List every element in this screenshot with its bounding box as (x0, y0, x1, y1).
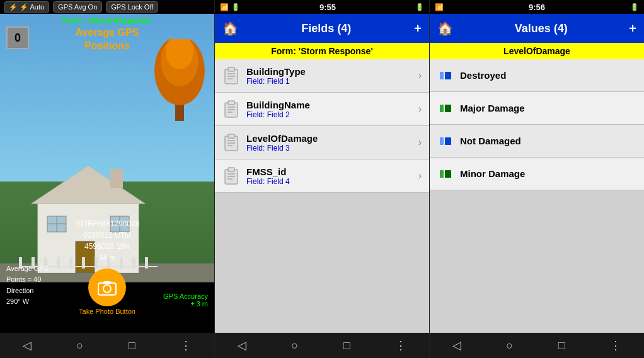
ind-left-3 (440, 137, 444, 145)
ind-left-1 (440, 72, 444, 79)
value-indicator-destroyed (440, 72, 452, 79)
p3-time: 9:56 (529, 3, 545, 12)
field-sub-fmssid: Field: Field 4 (246, 177, 412, 186)
menu-nav-button[interactable]: ⋮ (180, 338, 192, 352)
gps-accuracy-info: GPS Accuracy ± 3 m (163, 292, 208, 308)
gps-avg-label: GPS Avg On (58, 3, 97, 11)
value-indicator-minordamage (440, 170, 452, 178)
field-text-fmssid: FMSS_id Field: Field 4 (246, 166, 412, 186)
p2-battery-icon: 🔋 (415, 3, 424, 11)
field-name-buildingtype: BuildingType (246, 66, 412, 77)
form-label: Form : 'Storm Response' (62, 16, 152, 25)
p2-statusbar-right: 🔋 (415, 3, 424, 11)
recent-nav-button[interactable]: □ (129, 339, 135, 352)
svg-rect-30 (228, 67, 234, 71)
p2-wifi-icon: 🔋 (231, 3, 240, 11)
bottom-left-info: Average GPS Points = 40 Direction 290° W (6, 263, 49, 308)
p2-signal-icon: 📶 (220, 3, 229, 11)
p2-home-button[interactable]: 🏠 (222, 21, 238, 36)
p2-form-name: Form: 'Storm Response' (215, 43, 429, 59)
p2-statusbar: 📶 🔋 9:55 🔋 (215, 0, 429, 14)
p3-recent-button[interactable]: □ (558, 339, 565, 352)
value-item-majordamage[interactable]: Major Damage (430, 92, 644, 125)
p3-add-button[interactable]: + (629, 21, 636, 36)
field-text-levelofdamage: LevelOfDamage Field: Field 3 (246, 133, 412, 153)
field-clipboard-icon-2 (222, 99, 240, 119)
p3-back-button[interactable]: ◁ (452, 338, 461, 352)
field-arrow-3: › (418, 137, 422, 148)
gps-accuracy-value: ± 3 m (163, 300, 208, 308)
p2-recent-button[interactable]: □ (343, 339, 350, 352)
p2-time: 9:55 (319, 3, 336, 12)
p2-title: Fields (4) (301, 22, 351, 35)
gps-lock-button[interactable]: GPS Lock Off (106, 1, 158, 13)
p2-add-button[interactable]: + (414, 21, 422, 36)
value-item-destroyed[interactable]: Destroyed (430, 59, 644, 92)
field-sub-buildingname: Field: Field 2 (246, 110, 412, 119)
field-item-buildingname[interactable]: BuildingName Field: Field 2 › (215, 93, 429, 126)
field-clipboard-icon-3 (222, 132, 240, 153)
gps-counter: 0 (6, 26, 29, 49)
field-text-buildingname: BuildingName Field: Field 2 (246, 100, 412, 119)
value-label-majordamage: Major Damage (460, 103, 525, 113)
panel-values: 📶 9:56 🔋 🏠 Values (4) + LevelOfDamage De… (429, 0, 644, 358)
field-sub-levelofdamage: Field: Field 3 (246, 144, 412, 153)
field-item-buildingtype[interactable]: BuildingType Field: Field 1 › (215, 59, 429, 93)
ind-right-3 (445, 137, 451, 145)
value-label-destroyed: Destroyed (460, 70, 506, 81)
value-indicator-majordamage (440, 105, 452, 112)
camera-button[interactable] (88, 268, 126, 306)
p2-statusbar-left: 📶 🔋 (220, 3, 240, 11)
field-clipboard-icon-1 (222, 66, 240, 86)
ind-right-1 (445, 72, 451, 79)
p3-values-list: Destroyed Major Damage Not Damaged Minor… (430, 59, 644, 333)
p1-nav-bar: ◁ ○ □ ⋮ (0, 333, 214, 358)
p3-header: 🏠 Values (4) + (430, 14, 644, 43)
value-item-minordamage[interactable]: Minor Damage (430, 158, 644, 190)
p2-home-nav-button[interactable]: ○ (291, 339, 298, 352)
p3-battery-icon: 🔋 (630, 3, 639, 11)
p2-back-button[interactable]: ◁ (238, 338, 246, 352)
p2-fields-list: BuildingType Field: Field 1 › BuildingNa… (215, 59, 429, 333)
gps-line4: 34 m (75, 252, 140, 263)
take-photo-label: Take Photo Button (79, 308, 135, 315)
p3-home-nav-button[interactable]: ○ (506, 339, 513, 352)
p2-header: 🏠 Fields (4) + (215, 14, 429, 43)
ind-left-4 (440, 170, 444, 178)
home-nav-button[interactable]: ○ (76, 339, 83, 352)
camera-icon (98, 279, 117, 296)
auto-button[interactable]: ⚡ ⚡ Auto (4, 1, 49, 13)
ind-left-2 (440, 105, 444, 112)
gps-line1: 19TBF8881296028 (75, 218, 140, 229)
avg-points-value: Points = 40 (6, 274, 49, 286)
panel-gps-camera: ⚡ ⚡ Auto GPS Avg On GPS Lock Off (0, 0, 214, 358)
gps-lock-label: GPS Lock Off (111, 3, 153, 11)
field-clipboard-icon-4 (222, 166, 240, 186)
field-item-fmssid[interactable]: FMSS_id Field: Field 4 › (215, 159, 429, 193)
field-name-levelofdamage: LevelOfDamage (246, 133, 412, 144)
panel-fields: 📶 🔋 9:55 🔋 🏠 Fields (4) + Form: 'Storm R… (214, 0, 429, 358)
auto-label: ⚡ Auto (20, 3, 44, 11)
svg-rect-35 (228, 101, 234, 105)
p3-statusbar-right: 🔋 (630, 3, 639, 11)
value-label-minordamage: Minor Damage (460, 168, 525, 179)
field-item-levelofdamage[interactable]: LevelOfDamage Field: Field 3 › (215, 126, 429, 159)
field-arrow-2: › (418, 103, 422, 115)
gps-line3: 4596028 19N (75, 241, 140, 252)
p2-nav-bar: ◁ ○ □ ⋮ (215, 333, 429, 358)
p3-home-button[interactable]: 🏠 (437, 21, 453, 36)
p3-statusbar: 📶 9:56 🔋 (430, 0, 644, 14)
gps-avg-button[interactable]: GPS Avg On (53, 1, 102, 13)
svg-rect-45 (228, 168, 234, 171)
p3-menu-button[interactable]: ⋮ (610, 338, 621, 352)
lightning-icon: ⚡ (9, 3, 18, 11)
value-item-notdamaged[interactable]: Not Damaged (430, 125, 644, 158)
svg-point-27 (103, 285, 111, 292)
field-arrow-4: › (418, 170, 422, 182)
p3-signal-icon: 📶 (435, 3, 444, 11)
direction-label: Direction (6, 286, 49, 297)
p2-menu-button[interactable]: ⋮ (395, 338, 406, 352)
svg-rect-40 (228, 134, 234, 138)
back-nav-button[interactable]: ◁ (23, 338, 32, 352)
field-name-fmssid: FMSS_id (246, 166, 412, 177)
